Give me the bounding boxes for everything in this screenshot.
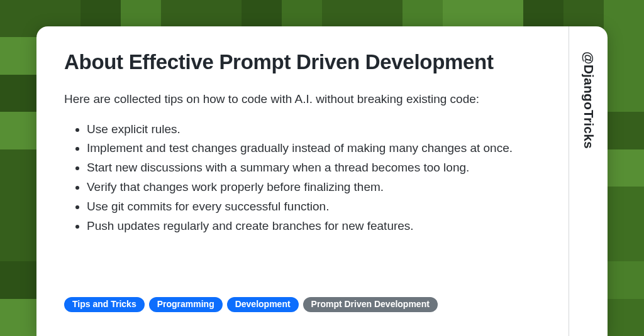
card-main: About Effective Prompt Driven Developmen…: [36, 26, 569, 336]
tips-list-item: Use explicit rules.: [87, 121, 543, 139]
page-title: About Effective Prompt Driven Developmen…: [64, 50, 543, 75]
tag-programming[interactable]: Programming: [149, 297, 223, 313]
tips-list-item: Verify that changes work properly before…: [87, 178, 543, 197]
tag-row: Tips and TricksProgrammingDevelopmentPro…: [64, 297, 543, 318]
tips-list-item: Use git commits for every successful fun…: [87, 198, 543, 216]
side-rail: @DjangoTricks: [569, 26, 608, 336]
content-card: About Effective Prompt Driven Developmen…: [36, 26, 608, 336]
tips-list-item: Start new discussions with a summary whe…: [87, 159, 543, 177]
tag-tips-and-tricks[interactable]: Tips and Tricks: [64, 297, 145, 313]
intro-text: Here are collected tips on how to code w…: [64, 91, 543, 108]
tips-list: Use explicit rules.Implement and test ch…: [64, 121, 543, 237]
author-handle: @DjangoTricks: [581, 51, 596, 149]
tag-development[interactable]: Development: [227, 297, 299, 313]
tag-prompt-driven-development[interactable]: Prompt Driven Development: [303, 297, 438, 313]
tips-list-item: Push updates regularly and create branch…: [87, 217, 543, 236]
tips-list-item: Implement and test changes gradually ins…: [87, 139, 543, 158]
